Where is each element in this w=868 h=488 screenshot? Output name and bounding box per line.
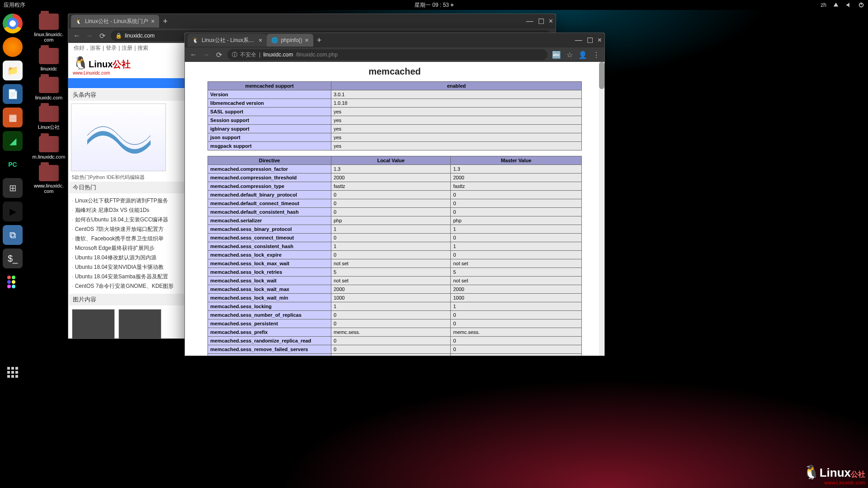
tab-label: Linux公社 - Linux系统门户 bbox=[202, 37, 256, 44]
volume-icon[interactable] bbox=[845, 2, 852, 8]
reload-icon[interactable]: ⟳ bbox=[98, 32, 106, 40]
insecure-label: 不安全 bbox=[240, 51, 256, 59]
topnav-link[interactable]: 登录 bbox=[106, 44, 117, 52]
dock-colors-icon[interactable] bbox=[3, 272, 23, 292]
input-method-label[interactable]: zh bbox=[821, 2, 826, 8]
desktop-folder[interactable]: linuxidc.com bbox=[31, 77, 67, 100]
titlebar-2[interactable]: 🐧 Linux公社 - Linux系统门户 × 🌐 phpinfo() × + … bbox=[185, 33, 604, 47]
watermark-logo: 🐧Linux公社 www.Linuxidc.com bbox=[803, 464, 865, 485]
table-row: memcached.sess_lock_wait_min10001000 bbox=[208, 294, 582, 302]
pic-item[interactable]: Linux安装Fondo从 bbox=[72, 309, 115, 338]
table-row: memcached.sess_consistent_hash11 bbox=[208, 242, 582, 251]
table-row: SASL supportyes bbox=[208, 108, 582, 116]
url-text: linuxidc.com bbox=[125, 33, 155, 39]
dock-screenshot-icon[interactable]: ⧉ bbox=[3, 225, 23, 245]
table-row: memcached.compression_typefastlzfastlz bbox=[208, 182, 582, 191]
table-row: memcached.default_connect_timeout00 bbox=[208, 199, 582, 208]
topnav-link[interactable]: 搜索 bbox=[137, 44, 148, 52]
tab-favicon-icon: 🐧 bbox=[75, 18, 82, 24]
dock-pycharm-icon[interactable]: PC bbox=[3, 155, 23, 174]
table-row: memcached.default_binary_protocol00 bbox=[208, 191, 582, 199]
table-header: enabled bbox=[331, 82, 581, 90]
reload-icon[interactable]: ⟳ bbox=[215, 51, 223, 59]
pic-item[interactable]: 微软、 bbox=[118, 309, 161, 338]
activities-label[interactable]: 应用程序 bbox=[4, 1, 25, 9]
gnome-topbar: 应用程序 星期一 09 : 53 zh bbox=[0, 0, 868, 10]
maximize-icon[interactable]: ☐ bbox=[587, 36, 593, 45]
maximize-icon[interactable]: ☐ bbox=[538, 17, 544, 26]
table-header: Local Value bbox=[331, 156, 451, 165]
insecure-icon: ⓘ bbox=[232, 51, 237, 59]
logo-suffix: 公社 bbox=[113, 59, 131, 69]
dock-terminal-icon[interactable]: $_ bbox=[3, 249, 23, 268]
topnav-link[interactable]: 你好，游客 bbox=[74, 44, 101, 52]
power-icon[interactable] bbox=[858, 2, 864, 8]
forward-icon[interactable]: → bbox=[202, 51, 210, 59]
chrome-window-2: 🐧 Linux公社 - Linux系统门户 × 🌐 phpinfo() × + … bbox=[184, 33, 605, 356]
memcached-support-table: memcached supportenabledVersion3.0.1libm… bbox=[208, 81, 582, 150]
network-icon[interactable] bbox=[833, 2, 839, 8]
desktop-folder[interactable]: linuxidc bbox=[31, 48, 67, 71]
scrollbar[interactable] bbox=[599, 62, 604, 356]
minimize-icon[interactable]: — bbox=[526, 17, 533, 26]
table-row: memcached.sess_connect_timeout00 bbox=[208, 234, 582, 242]
dock-files-icon[interactable]: 📁 bbox=[3, 61, 23, 80]
tab-label: phpinfo() bbox=[281, 37, 302, 43]
new-tab-button[interactable]: + bbox=[317, 36, 322, 45]
minimize-icon[interactable]: — bbox=[575, 36, 582, 45]
tab-linuxidc[interactable]: 🐧 Linux公社 - Linux系统门户 × bbox=[71, 15, 159, 28]
url-host: linuxidc.com bbox=[263, 52, 293, 58]
dock-utility-icon[interactable]: ⊞ bbox=[3, 178, 23, 198]
dock-chrome-icon[interactable] bbox=[3, 14, 23, 33]
table-header: Directive bbox=[208, 156, 331, 165]
translate-icon[interactable]: 🔤 bbox=[552, 51, 561, 59]
dock-writer-icon[interactable]: 📄 bbox=[3, 84, 23, 104]
tab-linuxidc-2[interactable]: 🐧 Linux公社 - Linux系统门户 × bbox=[188, 34, 267, 47]
tab-favicon-icon: 🌐 bbox=[271, 37, 278, 43]
new-tab-button[interactable]: + bbox=[163, 17, 168, 26]
logo-sub: www.Linuxidc.com bbox=[73, 70, 131, 75]
address-bar-2[interactable]: ⓘ 不安全 | linuxidc.com/linuxidc.com.php bbox=[227, 49, 547, 60]
module-heading: memcached bbox=[208, 66, 582, 77]
memcached-directives-table: DirectiveLocal ValueMaster Valuememcache… bbox=[208, 156, 582, 356]
scrollbar-thumb[interactable] bbox=[599, 62, 604, 89]
dock-impress-icon[interactable]: ▦ bbox=[3, 108, 23, 127]
table-row: memcached.sess_binary_protocol11 bbox=[208, 225, 582, 234]
desktop-folder[interactable]: Linux公社 bbox=[31, 106, 67, 131]
headline-thumb[interactable] bbox=[71, 103, 166, 171]
table-row: memcached.sess_lock_max_waitnot setnot s… bbox=[208, 259, 582, 268]
forward-icon[interactable]: → bbox=[85, 32, 94, 40]
table-row: Version3.0.1 bbox=[208, 90, 582, 99]
table-row: msgpack supportyes bbox=[208, 142, 582, 150]
tab-close-icon[interactable]: × bbox=[259, 37, 262, 44]
desktop-folder[interactable]: www.linuxidc.com bbox=[31, 165, 67, 194]
topnav-link[interactable]: 注册 bbox=[122, 44, 132, 52]
phpinfo-body: memcached memcached supportenabledVersio… bbox=[185, 62, 604, 356]
menu-icon[interactable]: ⋮ bbox=[593, 51, 600, 59]
watermark-suffix: 公社 bbox=[851, 470, 865, 478]
close-window-icon[interactable]: × bbox=[549, 17, 553, 26]
tab-phpinfo[interactable]: 🌐 phpinfo() × bbox=[267, 34, 313, 47]
table-row: memcached.sess_lock_retries55 bbox=[208, 268, 582, 277]
dock-firefox-icon[interactable] bbox=[3, 37, 23, 57]
bookmark-icon[interactable]: ☆ bbox=[566, 51, 573, 59]
dock-androidstudio-icon[interactable]: ◢ bbox=[3, 131, 23, 151]
tab-label: Linux公社 - Linux系统门户 bbox=[85, 18, 148, 25]
desktop-folder[interactable]: linux.linuxidc.com bbox=[31, 14, 67, 42]
back-icon[interactable]: ← bbox=[73, 32, 81, 40]
clock[interactable]: 星期一 09 : 53 bbox=[415, 1, 453, 9]
profile-icon[interactable]: 👤 bbox=[578, 51, 587, 59]
back-icon[interactable]: ← bbox=[189, 51, 198, 59]
desktop-icons-column: linux.linuxidc.comlinuxidclinuxidc.comLi… bbox=[31, 14, 67, 199]
table-row: memcached.sess_sasl_passwordno valueno v… bbox=[208, 354, 582, 356]
table-row: memcached.sess_lock_wait_max20002000 bbox=[208, 285, 582, 294]
toolbar-2: ← → ⟳ ⓘ 不安全 | linuxidc.com/linuxidc.com.… bbox=[185, 47, 604, 62]
table-row: memcached.compression_threshold20002000 bbox=[208, 174, 582, 182]
tab-close-icon[interactable]: × bbox=[151, 18, 155, 25]
tab-close-icon[interactable]: × bbox=[305, 37, 309, 44]
dock-software-icon[interactable]: ▶ bbox=[3, 202, 23, 221]
desktop-folder[interactable]: m.linuxidc.com bbox=[31, 136, 67, 160]
titlebar-1[interactable]: 🐧 Linux公社 - Linux系统门户 × + — ☐ × bbox=[68, 14, 556, 28]
close-window-icon[interactable]: × bbox=[598, 36, 602, 45]
dock-show-apps-icon[interactable] bbox=[3, 362, 23, 382]
